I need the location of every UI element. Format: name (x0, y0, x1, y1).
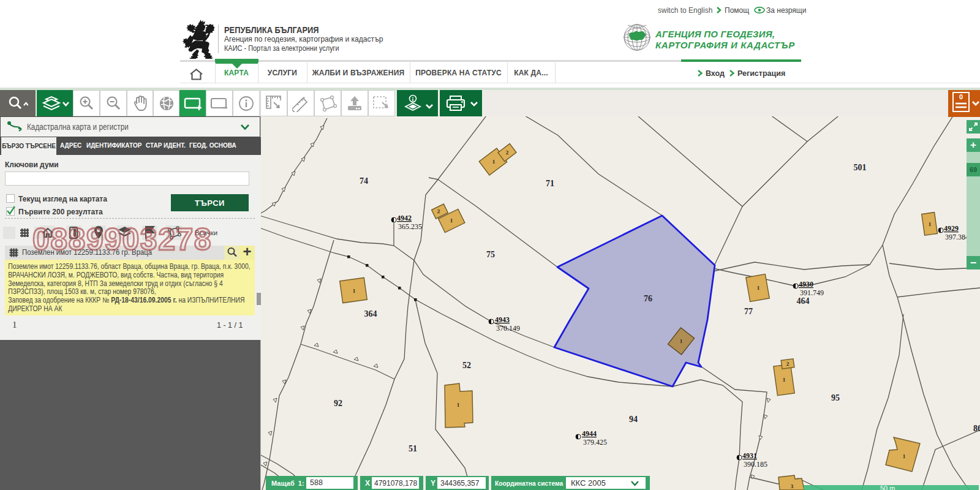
svg-text:76: 76 (644, 294, 652, 303)
svg-text:1: 1 (929, 221, 932, 227)
svg-text:51: 51 (409, 444, 417, 453)
svg-text:1: 1 (457, 402, 460, 408)
svg-text:4929: 4929 (944, 224, 959, 233)
svg-text:391.749: 391.749 (800, 288, 824, 297)
svg-text:4930: 4930 (799, 280, 813, 288)
svg-text:379.425: 379.425 (583, 438, 607, 447)
svg-text:92: 92 (334, 399, 342, 408)
svg-text:2: 2 (437, 208, 440, 214)
svg-text:1: 1 (757, 285, 760, 291)
svg-text:364: 364 (364, 309, 377, 318)
svg-text:77: 77 (744, 307, 753, 316)
svg-text:1: 1 (492, 159, 496, 165)
svg-text:1: 1 (783, 377, 786, 383)
svg-text:4944: 4944 (582, 429, 597, 438)
svg-text:1: 1 (903, 453, 906, 459)
svg-text:2: 2 (786, 361, 790, 367)
svg-text:2: 2 (506, 149, 509, 156)
svg-text:397.384: 397.384 (945, 233, 969, 241)
svg-text:86: 86 (973, 424, 980, 433)
svg-text:365.235: 365.235 (398, 222, 422, 231)
svg-text:1: 1 (680, 338, 683, 344)
svg-text:4931: 4931 (742, 451, 757, 460)
svg-text:1: 1 (353, 288, 356, 294)
svg-text:0: 0 (959, 93, 963, 100)
svg-text:3: 3 (791, 483, 794, 489)
svg-text:4943: 4943 (495, 315, 510, 324)
svg-text:501: 501 (854, 163, 867, 172)
svg-text:370.149: 370.149 (496, 324, 520, 333)
svg-text:95: 95 (831, 393, 840, 402)
svg-text:390.185: 390.185 (744, 460, 767, 469)
svg-text:71: 71 (546, 179, 554, 188)
svg-text:94: 94 (629, 415, 638, 424)
svg-text:464: 464 (797, 296, 810, 306)
svg-text:52: 52 (462, 361, 471, 370)
svg-text:1: 1 (450, 217, 453, 224)
svg-text:74: 74 (360, 176, 368, 186)
svg-text:75: 75 (486, 250, 495, 259)
svg-text:4942: 4942 (397, 214, 412, 222)
